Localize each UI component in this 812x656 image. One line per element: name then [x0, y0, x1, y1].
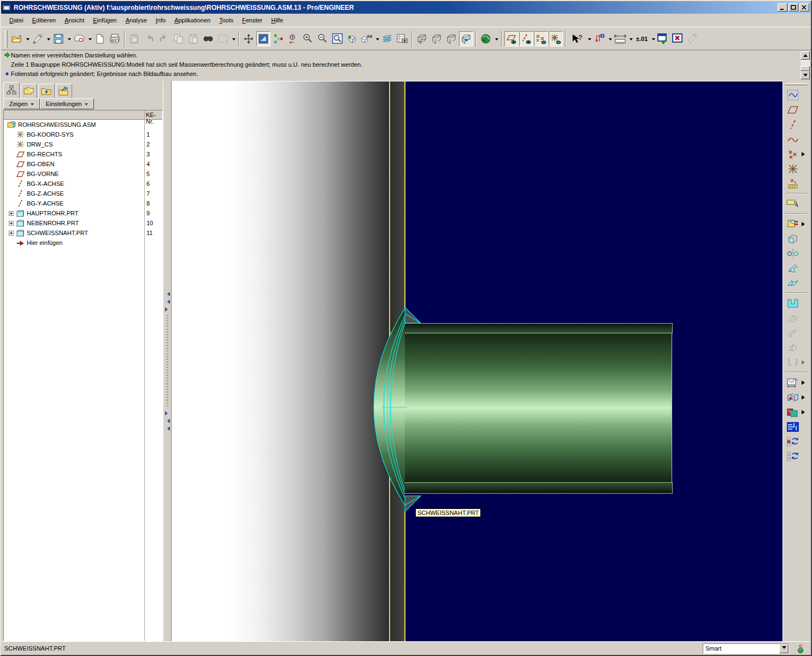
scrollbar-thumb[interactable]	[801, 66, 810, 71]
menu-analyse[interactable]: Analyse	[122, 15, 151, 25]
regenerate-button[interactable]	[785, 434, 801, 449]
boundary-blend-tool-button[interactable]	[785, 276, 801, 290]
expand-right-icon[interactable]	[165, 411, 170, 415]
branch-pipe-body[interactable]	[404, 333, 672, 482]
annotation-tool-button[interactable]	[785, 196, 801, 211]
orient-mode-button[interactable]	[286, 31, 300, 46]
csys-tool-button[interactable]	[785, 161, 801, 176]
spin-center-button[interactable]	[271, 31, 285, 46]
datum-axis-tool-button[interactable]	[785, 117, 801, 132]
open-dropdown[interactable]	[26, 38, 30, 42]
datum-plane-tool-button[interactable]	[785, 102, 801, 117]
maximize-button[interactable]	[789, 3, 798, 11]
zoom-out-button[interactable]	[315, 31, 329, 46]
shaded-display-button[interactable]	[459, 31, 473, 46]
erase-display-button[interactable]	[31, 31, 45, 46]
selection-filter-combo[interactable]: Smart	[703, 643, 789, 654]
toolbar-grip[interactable]	[785, 83, 807, 85]
tree-item-row[interactable]: DRW_CS 2	[4, 139, 162, 149]
print-button[interactable]	[108, 31, 122, 46]
tree-item-row[interactable]: NEBENROHR.PRT 10	[4, 218, 162, 228]
scroll-up-button[interactable]	[801, 51, 810, 60]
flyout-arrow-icon[interactable]	[802, 410, 807, 414]
sketch-tool-button[interactable]	[785, 87, 801, 102]
flyout-arrow-icon[interactable]	[802, 360, 807, 365]
view-manager-button[interactable]	[395, 31, 409, 46]
tolerance-button[interactable]: ±.01	[634, 31, 650, 46]
sketched-point-tool-button[interactable]	[785, 176, 801, 191]
connections-tab[interactable]	[56, 84, 72, 98]
saved-views-button[interactable]: AB	[360, 31, 374, 46]
hidden-line-display-button[interactable]	[429, 31, 444, 46]
branch-pipe-far-rim-bottom[interactable]	[404, 482, 673, 494]
folder-browser-tab[interactable]	[21, 84, 37, 98]
menu-einfuegen[interactable]: Einfügen	[89, 15, 120, 25]
tree-item-row[interactable]: BG-OBEN 4	[4, 159, 162, 169]
find-button[interactable]	[201, 31, 215, 46]
expand-right-icon[interactable]	[165, 307, 170, 312]
menu-fenster[interactable]: Fenster	[238, 15, 266, 25]
flyout-arrow-icon[interactable]	[802, 222, 807, 226]
splitter-handle[interactable]	[167, 315, 168, 408]
pan-tool-button[interactable]	[242, 31, 256, 46]
flyout-arrow-icon[interactable]	[802, 380, 807, 385]
toolbar-grip[interactable]	[5, 30, 8, 48]
new-window-button[interactable]	[93, 31, 107, 46]
tolerance-dropdown[interactable]	[652, 38, 655, 42]
mirror-tool-button[interactable]	[785, 390, 801, 405]
panel-splitter[interactable]	[163, 81, 172, 641]
combo-dropdown-button[interactable]	[779, 644, 789, 653]
close-button[interactable]	[799, 3, 809, 11]
menu-ansicht[interactable]: Ansicht	[61, 15, 88, 25]
tree-item-row[interactable]: BG-RECHTS 3	[4, 149, 162, 159]
tree-item-row[interactable]: BG-Y-ACHSE 8	[4, 198, 162, 208]
expand-icon[interactable]	[9, 231, 14, 236]
zeigen-button[interactable]: Zeigen	[3, 98, 40, 109]
erase-dropdown[interactable]	[47, 38, 50, 42]
render-environment-dropdown[interactable]	[495, 38, 498, 42]
tree-item-row[interactable]: BG-Z-ACHSE 7	[4, 189, 162, 198]
wireframe-display-button[interactable]	[415, 31, 429, 46]
save-button[interactable]	[51, 31, 66, 46]
graphics-viewport[interactable]: SCHWEISSNAHT.PRT	[172, 81, 782, 641]
render-environment-button[interactable]	[479, 31, 493, 46]
datum-curve-tool-button[interactable]	[785, 132, 801, 147]
verify-ok-button[interactable]	[656, 31, 670, 46]
point-display-toggle[interactable]	[534, 31, 548, 46]
menu-tools[interactable]: Tools	[215, 15, 237, 25]
zoom-in-button[interactable]	[301, 31, 315, 46]
datum-axis-display-toggle[interactable]	[519, 31, 533, 46]
sweep-tool-button[interactable]	[785, 261, 801, 276]
favorites-tab[interactable]	[38, 84, 55, 98]
tree-item-row[interactable]: BG-KOORD-SYS 1	[4, 130, 162, 139]
menu-editieren[interactable]: Editieren	[28, 15, 60, 25]
menu-info[interactable]: Info	[152, 15, 169, 25]
menu-hilfe[interactable]: Hilfe	[267, 15, 287, 25]
layers-button[interactable]	[380, 31, 395, 46]
model-tree-tab[interactable]	[3, 82, 20, 98]
datum-point-tool-button[interactable]	[785, 147, 801, 161]
collapse-left-icon[interactable]	[165, 419, 170, 423]
selection-help-dropdown[interactable]	[588, 38, 591, 42]
tree-item-row[interactable]: BG-X-ACHSE 6	[4, 179, 162, 189]
repaint-button[interactable]	[256, 31, 270, 46]
tree-item-row[interactable]: BG-VORNE 5	[4, 169, 162, 179]
assemble-component-button[interactable]	[785, 216, 801, 231]
flyout-arrow-icon[interactable]	[802, 152, 807, 156]
auto-regenerate-button[interactable]	[785, 449, 801, 464]
tree-item-row[interactable]: HAUPTROHR.PRT 9	[4, 208, 162, 218]
reorient-view-button[interactable]	[345, 31, 359, 46]
expand-icon[interactable]	[9, 211, 14, 216]
branch-pipe-far-rim-top[interactable]	[404, 323, 673, 333]
dimension-display-button[interactable]	[592, 31, 607, 46]
no-hidden-display-button[interactable]	[444, 31, 458, 46]
expand-icon[interactable]	[9, 221, 14, 226]
collapse-left-icon[interactable]	[165, 426, 170, 431]
message-scrollbar[interactable]	[801, 51, 810, 80]
pattern-tool-button[interactable]	[785, 419, 801, 434]
extrude-tool-button[interactable]	[785, 231, 801, 246]
scroll-down-button[interactable]	[801, 71, 810, 79]
select-box-dropdown[interactable]	[232, 38, 236, 42]
collapse-left-icon[interactable]	[165, 300, 170, 304]
main-pipe-surface[interactable]	[172, 81, 390, 641]
